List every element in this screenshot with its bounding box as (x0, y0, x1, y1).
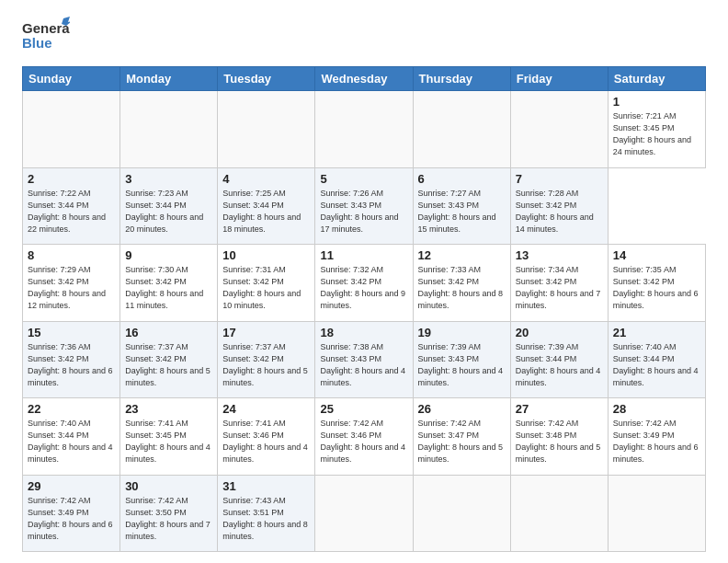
cell-info: Sunrise: 7:32 AMSunset: 3:42 PMDaylight:… (320, 265, 405, 310)
day-number: 17 (222, 326, 310, 339)
empty-cell (510, 91, 608, 168)
cell-info: Sunrise: 7:30 AMSunset: 3:42 PMDaylight:… (125, 265, 203, 310)
day-number: 2 (28, 172, 115, 186)
calendar-cell-16: 16Sunrise: 7:37 AMSunset: 3:42 PMDayligh… (120, 321, 218, 398)
col-header-tuesday: Tuesday (218, 67, 315, 91)
day-number: 27 (516, 402, 603, 416)
cell-info: Sunrise: 7:42 AMSunset: 3:49 PMDaylight:… (613, 419, 699, 464)
empty-cell (315, 475, 413, 552)
calendar-cell-1: 1Sunrise: 7:21 AMSunset: 3:45 PMDaylight… (608, 91, 705, 168)
day-number: 22 (28, 402, 115, 416)
cell-info: Sunrise: 7:33 AMSunset: 3:42 PMDaylight:… (418, 265, 504, 310)
calendar-cell-28: 28Sunrise: 7:42 AMSunset: 3:49 PMDayligh… (608, 398, 705, 476)
day-number: 4 (222, 172, 310, 186)
calendar-cell-2: 2Sunrise: 7:22 AMSunset: 3:44 PMDaylight… (23, 167, 120, 245)
empty-cell (413, 91, 510, 168)
day-number: 10 (222, 248, 310, 262)
day-number: 21 (613, 326, 700, 339)
empty-cell (218, 91, 315, 168)
day-number: 8 (28, 248, 115, 262)
cell-info: Sunrise: 7:21 AMSunset: 3:45 PMDaylight:… (613, 111, 691, 156)
cell-info: Sunrise: 7:28 AMSunset: 3:42 PMDaylight:… (516, 189, 594, 234)
calendar-cell-13: 13Sunrise: 7:34 AMSunset: 3:42 PMDayligh… (510, 245, 608, 322)
calendar-cell-25: 25Sunrise: 7:42 AMSunset: 3:46 PMDayligh… (315, 398, 413, 476)
calendar-week-row: 15Sunrise: 7:36 AMSunset: 3:42 PMDayligh… (23, 321, 706, 398)
col-header-sunday: Sunday (23, 67, 120, 91)
calendar-cell-15: 15Sunrise: 7:36 AMSunset: 3:42 PMDayligh… (23, 321, 120, 398)
day-number: 31 (222, 479, 310, 493)
day-number: 19 (418, 326, 506, 339)
cell-info: Sunrise: 7:39 AMSunset: 3:43 PMDaylight:… (418, 342, 504, 387)
calendar-cell-3: 3Sunrise: 7:23 AMSunset: 3:44 PMDaylight… (120, 167, 218, 245)
logo: General Blue (22, 17, 70, 57)
calendar-cell-26: 26Sunrise: 7:42 AMSunset: 3:47 PMDayligh… (413, 398, 510, 476)
calendar-week-row: 2Sunrise: 7:22 AMSunset: 3:44 PMDaylight… (23, 167, 706, 245)
page: General Blue SundayMondayTuesdayWednesda… (0, 0, 728, 563)
cell-info: Sunrise: 7:31 AMSunset: 3:42 PMDaylight:… (222, 265, 301, 310)
cell-info: Sunrise: 7:42 AMSunset: 3:46 PMDaylight:… (320, 419, 405, 464)
cell-info: Sunrise: 7:41 AMSunset: 3:46 PMDaylight:… (222, 419, 308, 464)
header: General Blue (22, 17, 706, 57)
calendar-header-row: SundayMondayTuesdayWednesdayThursdayFrid… (23, 67, 706, 91)
cell-info: Sunrise: 7:25 AMSunset: 3:44 PMDaylight:… (222, 189, 301, 234)
day-number: 23 (125, 402, 212, 416)
calendar-cell-29: 29Sunrise: 7:42 AMSunset: 3:49 PMDayligh… (23, 475, 120, 552)
day-number: 13 (516, 248, 603, 262)
calendar-cell-27: 27Sunrise: 7:42 AMSunset: 3:48 PMDayligh… (510, 398, 608, 476)
empty-cell (315, 91, 413, 168)
col-header-friday: Friday (510, 67, 608, 91)
logo-svg: General Blue (22, 17, 70, 57)
cell-info: Sunrise: 7:42 AMSunset: 3:50 PMDaylight:… (125, 496, 210, 541)
cell-info: Sunrise: 7:42 AMSunset: 3:48 PMDaylight:… (516, 419, 601, 464)
calendar-cell-30: 30Sunrise: 7:42 AMSunset: 3:50 PMDayligh… (120, 475, 218, 552)
calendar-cell-18: 18Sunrise: 7:38 AMSunset: 3:43 PMDayligh… (315, 321, 413, 398)
calendar-cell-7: 7Sunrise: 7:28 AMSunset: 3:42 PMDaylight… (510, 167, 608, 245)
day-number: 1 (613, 95, 700, 109)
day-number: 20 (516, 326, 603, 339)
calendar-table: SundayMondayTuesdayWednesdayThursdayFrid… (22, 66, 706, 552)
cell-info: Sunrise: 7:23 AMSunset: 3:44 PMDaylight:… (125, 189, 203, 234)
logo-graphic: General Blue (22, 17, 70, 57)
calendar-cell-8: 8Sunrise: 7:29 AMSunset: 3:42 PMDaylight… (23, 245, 120, 322)
day-number: 24 (222, 402, 310, 416)
calendar-cell-23: 23Sunrise: 7:41 AMSunset: 3:45 PMDayligh… (120, 398, 218, 476)
calendar-week-row: 8Sunrise: 7:29 AMSunset: 3:42 PMDaylight… (23, 245, 706, 322)
cell-info: Sunrise: 7:22 AMSunset: 3:44 PMDaylight:… (28, 189, 106, 234)
day-number: 16 (125, 326, 212, 339)
calendar-cell-14: 14Sunrise: 7:35 AMSunset: 3:42 PMDayligh… (608, 245, 705, 322)
cell-info: Sunrise: 7:42 AMSunset: 3:47 PMDaylight:… (418, 419, 504, 464)
cell-info: Sunrise: 7:38 AMSunset: 3:43 PMDaylight:… (320, 342, 405, 387)
day-number: 15 (28, 326, 115, 339)
cell-info: Sunrise: 7:40 AMSunset: 3:44 PMDaylight:… (28, 419, 113, 464)
cell-info: Sunrise: 7:43 AMSunset: 3:51 PMDaylight:… (222, 496, 308, 541)
day-number: 25 (320, 402, 407, 416)
cell-info: Sunrise: 7:27 AMSunset: 3:43 PMDaylight:… (418, 189, 496, 234)
calendar-cell-19: 19Sunrise: 7:39 AMSunset: 3:43 PMDayligh… (413, 321, 510, 398)
cell-info: Sunrise: 7:41 AMSunset: 3:45 PMDaylight:… (125, 419, 210, 464)
calendar-week-row: 29Sunrise: 7:42 AMSunset: 3:49 PMDayligh… (23, 475, 706, 552)
calendar-cell-20: 20Sunrise: 7:39 AMSunset: 3:44 PMDayligh… (510, 321, 608, 398)
calendar-cell-5: 5Sunrise: 7:26 AMSunset: 3:43 PMDaylight… (315, 167, 413, 245)
day-number: 28 (613, 402, 700, 416)
cell-info: Sunrise: 7:26 AMSunset: 3:43 PMDaylight:… (320, 189, 398, 234)
day-number: 12 (418, 248, 506, 262)
cell-info: Sunrise: 7:37 AMSunset: 3:42 PMDaylight:… (125, 342, 210, 387)
logo-container: General Blue (22, 17, 70, 57)
cell-info: Sunrise: 7:29 AMSunset: 3:42 PMDaylight:… (28, 265, 106, 310)
cell-info: Sunrise: 7:42 AMSunset: 3:49 PMDaylight:… (28, 496, 113, 541)
day-number: 18 (320, 326, 407, 339)
empty-cell (413, 475, 510, 552)
calendar-week-row: 22Sunrise: 7:40 AMSunset: 3:44 PMDayligh… (23, 398, 706, 476)
day-number: 29 (28, 479, 115, 493)
day-number: 7 (516, 172, 603, 186)
day-number: 5 (320, 172, 407, 186)
cell-info: Sunrise: 7:39 AMSunset: 3:44 PMDaylight:… (516, 342, 601, 387)
cell-info: Sunrise: 7:36 AMSunset: 3:42 PMDaylight:… (28, 342, 113, 387)
calendar-cell-17: 17Sunrise: 7:37 AMSunset: 3:42 PMDayligh… (218, 321, 315, 398)
empty-cell (23, 91, 120, 168)
calendar-cell-4: 4Sunrise: 7:25 AMSunset: 3:44 PMDaylight… (218, 167, 315, 245)
col-header-monday: Monday (120, 67, 218, 91)
day-number: 30 (125, 479, 212, 493)
calendar-cell-11: 11Sunrise: 7:32 AMSunset: 3:42 PMDayligh… (315, 245, 413, 322)
svg-text:Blue: Blue (22, 35, 52, 51)
